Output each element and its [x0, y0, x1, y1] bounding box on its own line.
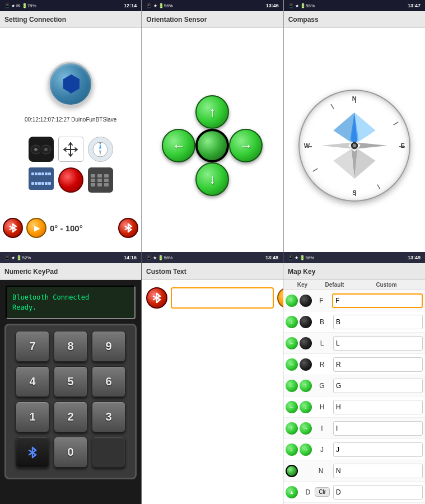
- mk-arrow-up-f[interactable]: ↑: [286, 295, 298, 307]
- red-button[interactable]: [58, 167, 83, 193]
- arrow-up-btn[interactable]: ↑: [195, 95, 229, 129]
- kb-key: [31, 182, 34, 185]
- key-7[interactable]: 7: [16, 331, 49, 362]
- dpad: ↑ ↓ ← →: [162, 95, 263, 196]
- angle-display: 0° - 100°: [50, 223, 83, 233]
- key-2[interactable]: 2: [54, 402, 87, 432]
- numeric-keypad-panel: 📱 ★ 🔋52% 14:16 Numeric KeyPad Bluetooth …: [0, 252, 142, 504]
- custom-text-input[interactable]: [171, 287, 274, 309]
- svg-text:N: N: [100, 142, 101, 144]
- compass-small-icon[interactable]: N: [88, 137, 113, 162]
- bt-icon-bottom-left[interactable]: [3, 218, 23, 238]
- numpad-key: [104, 179, 109, 182]
- mk-black-f: [300, 295, 312, 307]
- key-9[interactable]: 9: [92, 331, 125, 362]
- kb-key: [35, 182, 38, 185]
- mk-custom-n[interactable]: [333, 464, 423, 478]
- key-row-4: 0: [12, 437, 129, 468]
- move-arrows-icon[interactable]: [58, 137, 83, 162]
- mk-custom-b[interactable]: [333, 315, 423, 329]
- key-0[interactable]: 0: [54, 437, 87, 468]
- mk-custom-j[interactable]: [333, 442, 423, 457]
- mk-icon-i: ↑ →: [286, 422, 312, 435]
- panel-title-3: Compass: [288, 16, 319, 24]
- mk-custom-d[interactable]: [333, 485, 423, 500]
- panel-title-1: Setting Connection: [4, 16, 66, 24]
- arrow-left-btn[interactable]: ←: [162, 129, 195, 162]
- second-icon-row: [26, 165, 116, 195]
- panel4-header: Numeric KeyPad: [0, 263, 141, 280]
- status-left-4: 📱 ★ 🔋52%: [4, 255, 31, 260]
- bluetooth-icon[interactable]: ⬢: [48, 62, 93, 106]
- panel6-header: Map Key: [283, 263, 425, 280]
- mk-default-f: F: [312, 297, 331, 305]
- mk-arrow-up-i[interactable]: ↑: [286, 422, 298, 435]
- status-time-2: 13:46: [266, 3, 279, 8]
- svg-line-20: [353, 97, 358, 103]
- custom-text-panel: 📱 ★ 🔋56% 13:48 Custom Text ▶: [142, 252, 283, 504]
- mk-custom-g[interactable]: [333, 379, 423, 393]
- key-bluetooth[interactable]: [16, 437, 49, 468]
- arrow-right-btn[interactable]: →: [229, 129, 263, 162]
- numpad-icon[interactable]: [88, 167, 113, 193]
- setting-connection-panel: 📱 ★ ✉ 🔋78% 12:14 Setting Connection ⬢ 00…: [0, 0, 142, 252]
- mk-arrow-left-h[interactable]: ←: [286, 401, 298, 413]
- status-bar-6: 📱 ★ 🔋56% 13:49: [283, 252, 425, 263]
- key-row-2: 4 5 6: [12, 366, 129, 397]
- col-key-label: Key: [286, 282, 319, 288]
- mk-center-n[interactable]: [286, 465, 298, 477]
- mk-arrow-down-j[interactable]: ↓: [286, 444, 298, 456]
- mk-custom-i[interactable]: [333, 421, 423, 436]
- mk-custom-l[interactable]: [333, 336, 423, 351]
- key-5[interactable]: 5: [54, 366, 87, 397]
- play-icon: ▶: [34, 223, 40, 232]
- numpad-grid: [91, 174, 110, 186]
- kb-key: [45, 172, 48, 175]
- clr-button-d[interactable]: Clr: [315, 487, 330, 497]
- mk-arrow-down-b[interactable]: ↓: [286, 316, 298, 328]
- arrow-down-btn[interactable]: ↓: [195, 162, 229, 196]
- mk-arrow-left-l[interactable]: ←: [286, 337, 298, 349]
- numpad-key: [97, 174, 102, 178]
- mk-custom-f[interactable]: [332, 293, 423, 308]
- mk-tri-d[interactable]: ▲: [286, 486, 298, 498]
- mk-arrow-down-h[interactable]: ↓: [300, 401, 312, 413]
- bt-icon-bottom-right[interactable]: [118, 218, 138, 238]
- compass-small-svg: N: [92, 141, 109, 158]
- status-time-3: 13:47: [408, 3, 421, 8]
- panel-title-4: Numeric KeyPad: [4, 268, 58, 276]
- mk-icon-b: ↓: [286, 316, 312, 328]
- key-6[interactable]: 6: [92, 366, 125, 397]
- bottom-icon-row: N: [26, 134, 116, 165]
- key-3[interactable]: 3: [92, 402, 125, 432]
- key-1[interactable]: 1: [16, 402, 49, 432]
- display-line2: Ready.: [12, 302, 129, 312]
- mk-custom-r[interactable]: [333, 357, 423, 372]
- compass-panel: 📱 ★ 🔋56% 13:47 Compass N S E W: [284, 0, 425, 252]
- panel-header-1: Setting Connection: [0, 11, 141, 28]
- numpad-key: [91, 179, 95, 182]
- bluetooth-svg: [59, 73, 82, 95]
- kb-key: [48, 172, 51, 175]
- mk-arrow-left-g[interactable]: ←: [286, 380, 298, 392]
- key-4[interactable]: 4: [16, 366, 49, 397]
- play-button-bottom[interactable]: ▶: [26, 218, 46, 238]
- mk-custom-h[interactable]: [333, 400, 423, 414]
- mk-arrow-right-j[interactable]: →: [300, 444, 312, 456]
- mk-default-d: D: [301, 488, 315, 496]
- map-key-row-d: ▲ D Clr: [283, 482, 425, 503]
- keyboard-icon[interactable]: [29, 167, 54, 190]
- col-default-label: Default: [319, 282, 350, 288]
- mk-arrow-up-g[interactable]: ↑: [300, 380, 312, 392]
- mk-arrow-right-r[interactable]: →: [286, 358, 298, 371]
- mk-arrow-right-i[interactable]: →: [300, 422, 312, 435]
- mk-default-l: L: [312, 339, 332, 347]
- key-8[interactable]: 8: [54, 331, 87, 362]
- status-bar-2: 📱 ★ 🔋56% 13:46: [142, 0, 283, 11]
- center-btn[interactable]: [195, 129, 229, 162]
- svg-line-16: [313, 167, 318, 172]
- compass-dial: N S E W: [298, 90, 410, 202]
- kb-key: [38, 172, 41, 175]
- gamepad-icon[interactable]: [29, 137, 54, 162]
- ct-bluetooth-icon[interactable]: [146, 287, 167, 309]
